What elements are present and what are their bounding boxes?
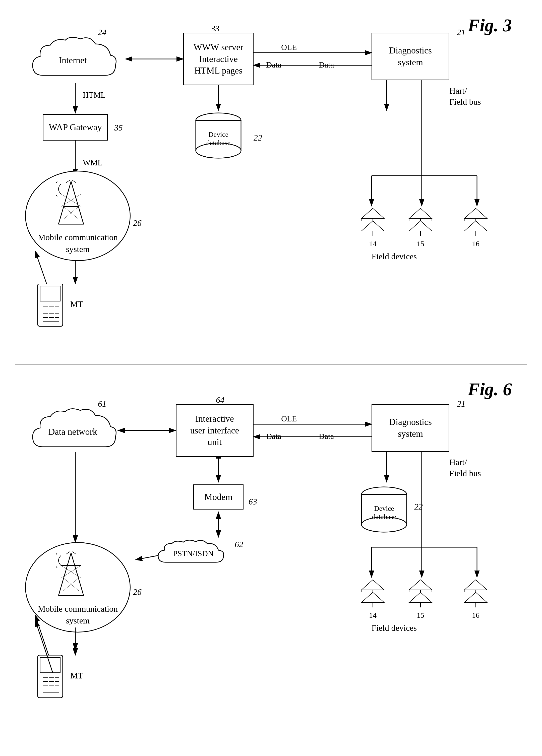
fig6-field-device-15: 15 bbox=[407, 577, 434, 619]
fig3-title: Fig. 3 bbox=[468, 15, 512, 36]
fig3-field-device-15: 15 bbox=[407, 206, 434, 248]
svg-marker-40 bbox=[409, 221, 432, 231]
fig6-ref61: 61 bbox=[98, 399, 106, 409]
svg-rect-119 bbox=[40, 658, 60, 673]
fig3-internet-label: Internet bbox=[59, 54, 87, 67]
fig6-mt-label: MT bbox=[70, 670, 83, 681]
fig3-ref21: 21 bbox=[457, 28, 465, 37]
fig3-ref14: 14 bbox=[359, 239, 387, 248]
fig6-ref22: 22 bbox=[414, 502, 423, 512]
svg-marker-46 bbox=[464, 221, 487, 231]
fig6-ole-label: OLE bbox=[281, 414, 297, 423]
fig3-ref15: 15 bbox=[407, 239, 434, 248]
fig3-mt-device bbox=[35, 284, 65, 330]
fig3-ole-label: OLE bbox=[281, 43, 297, 52]
fig6-pstn-cloud: PSTN/ISDN bbox=[156, 537, 231, 570]
fig3-diagnostics-box: Diagnostics system bbox=[372, 33, 449, 80]
svg-marker-39 bbox=[409, 208, 432, 218]
divider bbox=[15, 364, 527, 364]
svg-marker-106 bbox=[409, 580, 432, 590]
fig6-ref21: 21 bbox=[457, 399, 465, 409]
fig3-ref16: 16 bbox=[462, 239, 490, 248]
fig6-data-network-cloud: Data network bbox=[25, 404, 121, 459]
fig3-www-box: WWW server Interactive HTML pages bbox=[183, 33, 254, 85]
fig6-ref62: 62 bbox=[235, 540, 243, 549]
svg-marker-101 bbox=[362, 592, 384, 602]
svg-line-92 bbox=[71, 553, 84, 596]
fig3-mobile-comm-label: Mobile communication system bbox=[26, 231, 130, 255]
fig6-mt-device bbox=[35, 655, 65, 701]
fig6-data-network-label: Data network bbox=[48, 425, 97, 438]
fig6-pstn-label: PSTN/ISDN bbox=[173, 548, 214, 559]
fig3-hart-label: Hart/ Field bus bbox=[449, 85, 481, 107]
fig6-ref63: 63 bbox=[249, 497, 257, 507]
fig6-field-device-14: 14 bbox=[359, 577, 387, 619]
fig6-ref16: 16 bbox=[462, 611, 490, 619]
fig3-ref24: 24 bbox=[98, 28, 106, 37]
fig3-field-devices-label: Field devices bbox=[372, 251, 417, 262]
fig6-diagnostics-box: Diagnostics system bbox=[372, 404, 449, 452]
fig6-ref64: 64 bbox=[216, 395, 224, 405]
fig3-device-db: Device database bbox=[193, 110, 244, 161]
fig3-ref26: 26 bbox=[133, 218, 142, 228]
svg-marker-45 bbox=[464, 208, 487, 218]
fig3-ref33: 33 bbox=[211, 24, 219, 33]
svg-line-90 bbox=[72, 552, 76, 554]
svg-line-24 bbox=[58, 181, 71, 224]
fig6-mobile-comm-ellipse: Mobile communication system bbox=[25, 542, 131, 633]
fig3-mt-label: MT bbox=[70, 299, 83, 310]
fig6-field-device-16: 16 bbox=[462, 577, 490, 619]
fig6-data1-label: Data bbox=[266, 432, 281, 441]
fig3-data2-label: Data bbox=[319, 60, 334, 70]
fig3-ref22: 22 bbox=[254, 133, 262, 143]
svg-line-89 bbox=[66, 552, 70, 554]
svg-marker-112 bbox=[464, 580, 487, 590]
fig6-mobile-comm-label: Mobile communication system bbox=[26, 603, 130, 627]
svg-marker-33 bbox=[362, 208, 384, 218]
svg-text:database: database bbox=[372, 513, 396, 521]
svg-line-91 bbox=[58, 553, 71, 596]
svg-line-23 bbox=[72, 180, 76, 183]
svg-text:database: database bbox=[206, 139, 230, 147]
fig6-ref26: 26 bbox=[133, 587, 142, 597]
fig6-interactive-box: Interactive user interface unit bbox=[176, 404, 254, 457]
fig6-title: Fig. 6 bbox=[468, 379, 512, 400]
svg-text:Device: Device bbox=[208, 131, 228, 138]
fig3-field-device-14: 14 bbox=[359, 206, 387, 248]
fig6-modem-box: Modem bbox=[193, 484, 244, 510]
fig3-ref35: 35 bbox=[114, 123, 123, 133]
fig6-hart-label: Hart/ Field bus bbox=[449, 457, 481, 479]
fig3-data1-label: Data bbox=[266, 60, 281, 70]
svg-rect-52 bbox=[40, 286, 60, 301]
svg-line-22 bbox=[66, 180, 70, 183]
svg-marker-34 bbox=[362, 221, 384, 231]
fig3-internet-cloud: Internet bbox=[25, 33, 121, 88]
svg-line-25 bbox=[71, 181, 84, 224]
fig3-mobile-comm-ellipse: Mobile communication system bbox=[25, 171, 131, 261]
fig3-wap-box: WAP Gateway bbox=[43, 114, 108, 141]
fig6-data2-label: Data bbox=[319, 432, 334, 441]
page: Fig. 3 bbox=[0, 0, 542, 756]
svg-marker-113 bbox=[464, 592, 487, 602]
svg-text:Device: Device bbox=[374, 505, 394, 512]
fig3-field-device-16: 16 bbox=[462, 206, 490, 248]
fig3-wml-label: WML bbox=[83, 158, 102, 167]
fig6-device-db: Device database bbox=[359, 484, 409, 535]
svg-marker-100 bbox=[362, 580, 384, 590]
fig6-ref14: 14 bbox=[359, 611, 387, 619]
fig6-field-devices-label: Field devices bbox=[372, 622, 417, 634]
svg-marker-107 bbox=[409, 592, 432, 602]
fig6-ref15: 15 bbox=[407, 611, 434, 619]
fig3-html-label: HTML bbox=[83, 90, 106, 100]
